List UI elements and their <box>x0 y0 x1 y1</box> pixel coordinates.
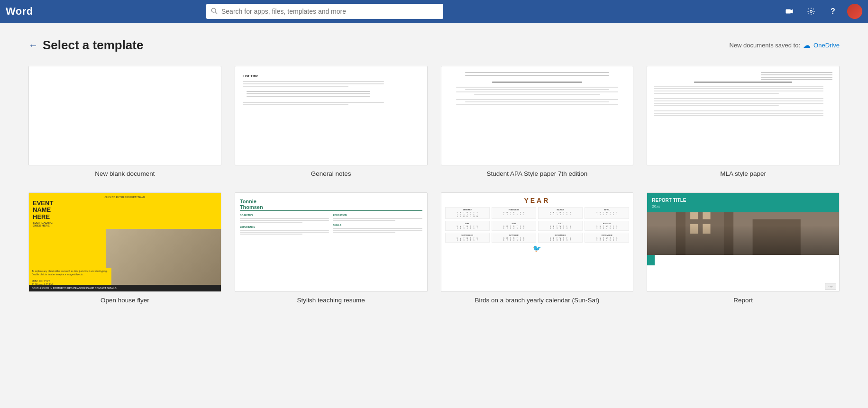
apa-header-1 <box>465 72 610 73</box>
resume-line-11 <box>333 232 395 233</box>
template-card-notes[interactable]: List Title General notes <box>235 66 428 177</box>
cal-month-jan: JANUARY SMTWTFS 1234567 891011121314 <box>445 207 490 219</box>
cal-month-nov: NOVEMBER SMTWTFS 1234567 <box>538 233 583 243</box>
template-label-resume: Stylish teaching resume <box>297 297 365 304</box>
cal-month-sep: SEPTEMBER SMTWTFS 1234567 <box>445 233 490 243</box>
template-label-calendar: Birds on a branch yearly calendar (Sun-S… <box>475 297 600 304</box>
page-header-left: ← Select a template <box>28 38 143 53</box>
template-label-report: Report <box>733 297 753 304</box>
report-white-section <box>647 265 655 281</box>
resume-line-9 <box>333 228 422 229</box>
cal-month-title-may: MAY <box>447 222 488 225</box>
report-top: REPORT TITLE 20xx <box>647 193 839 212</box>
cal-month-title-dec: DECEMBER <box>586 234 628 236</box>
flyer-click-text: CLICK TO ENTER PROPERTY NAME <box>33 196 217 199</box>
avatar[interactable] <box>847 4 862 19</box>
cal-month-title: JANUARY <box>447 209 488 211</box>
template-thumb-mla <box>647 66 840 165</box>
page-title: Select a template <box>43 38 143 53</box>
cal-month-feb: FEBRUARY SMTWTFS 1234567 <box>492 207 536 219</box>
template-thumb-apa <box>441 66 634 165</box>
template-card-flyer[interactable]: CLICK TO ENTER PROPERTY NAME EVENTNAMEHE… <box>28 192 221 304</box>
cal-month-title-jun: JUNE <box>493 222 535 225</box>
resume-col-left: OBJECTIVE EXPERIENCE <box>240 214 329 236</box>
notes-thumb-title: List Title <box>243 74 258 78</box>
topbar-actions: ? <box>782 4 862 19</box>
template-card-apa[interactable]: Student APA Style paper 7th edition <box>441 66 634 177</box>
notes-line-1 <box>243 81 384 82</box>
template-card-calendar[interactable]: YEAR JANUARY SMTWTFS 1234567 89101112131… <box>441 192 634 304</box>
template-label-blank: New blank document <box>95 170 155 177</box>
report-year: 20xx <box>652 204 834 209</box>
mla-body-4 <box>654 93 779 94</box>
resume-objective-title: OBJECTIVE <box>240 214 329 217</box>
template-card-blank[interactable]: New blank document <box>28 66 221 177</box>
notes-line-5 <box>243 104 349 105</box>
template-label-apa: Student APA Style paper 7th edition <box>486 170 587 177</box>
flyer-bottom-bar: DOUBLE CLICK IN FOOTER TO UPDATE ADDRESS… <box>29 285 221 291</box>
cal-month-title-sep: SEPTEMBER <box>447 234 488 236</box>
settings-button[interactable] <box>804 4 819 19</box>
resume-section: OBJECTIVE EXPERIENCE EDUCATION SKILLS <box>240 214 422 236</box>
notes-line-3 <box>243 86 349 87</box>
cal-month-aug: AUGUST SMTWTFS 1234567 <box>585 221 629 231</box>
help-button[interactable]: ? <box>825 4 841 19</box>
mla-body-1 <box>654 86 823 87</box>
flyer-top-area: CLICK TO ENTER PROPERTY NAME EVENTNAMEHE… <box>29 193 221 229</box>
cal-month-mar: MARCH SMTWTFS 1234567 <box>538 207 583 219</box>
video-button[interactable] <box>782 4 797 19</box>
mla-body-3 <box>654 91 823 91</box>
resume-line-4 <box>240 230 329 231</box>
resume-line-8 <box>333 220 395 221</box>
template-card-report[interactable]: REPORT TITLE 20xx <box>647 192 840 304</box>
resume-line-5 <box>240 232 329 233</box>
mla-header-right-2 <box>761 74 832 75</box>
onedrive-label: OneDrive <box>813 42 840 49</box>
apa-body-3 <box>456 91 619 92</box>
cal-month-title-apr: APRIL <box>586 209 628 211</box>
cal-month-title-mar: MARCH <box>539 209 581 211</box>
template-card-mla[interactable]: MLA style paper <box>647 66 840 177</box>
resume-skills-title: SKILLS <box>333 224 422 227</box>
report-image-area <box>647 212 839 255</box>
resume-exp-title: EXPERIENCE <box>240 226 329 228</box>
flyer-sub-heading: SUB HEADINGGOES HERE <box>33 221 217 227</box>
search-icon <box>211 8 218 16</box>
resume-line-10 <box>333 230 422 231</box>
mla-body-6 <box>654 100 823 101</box>
template-thumb-flyer: CLICK TO ENTER PROPERTY NAME EVENTNAMEHE… <box>28 192 221 292</box>
cal-bird-icon: 🐦 <box>533 245 541 252</box>
template-card-resume[interactable]: TonnieThomsen OBJECTIVE EXPERIENCE <box>235 192 428 304</box>
topbar: Word ? <box>0 0 868 23</box>
flyer-image <box>106 227 221 291</box>
svg-rect-10 <box>703 212 711 219</box>
resume-col-right: EDUCATION SKILLS <box>333 214 422 236</box>
search-bar[interactable] <box>206 4 443 19</box>
apa-body-7 <box>456 104 619 105</box>
notes-bullet-3 <box>247 96 370 97</box>
report-logo-box: Logo <box>825 283 836 290</box>
page-header: ← Select a template New documents saved … <box>28 38 840 53</box>
back-button[interactable]: ← <box>28 40 38 51</box>
apa-body-5 <box>456 99 619 100</box>
search-input[interactable] <box>221 8 439 15</box>
report-title-text: REPORT TITLE <box>652 198 834 203</box>
apa-body-2 <box>465 89 610 90</box>
cal-month-jul: JULY SMTWTFS 1234567 <box>538 221 583 231</box>
apa-body-4 <box>474 94 601 95</box>
notes-bullet-2 <box>247 93 370 94</box>
svg-rect-2 <box>786 9 791 14</box>
onedrive-cloud-icon: ☁ <box>803 41 811 50</box>
mla-header-right-4 <box>761 79 832 80</box>
cal-year: YEAR <box>524 197 550 204</box>
mla-header-right-1 <box>761 72 832 73</box>
template-thumb-notes: List Title <box>235 66 428 165</box>
resume-name: TonnieThomsen <box>240 199 263 210</box>
cal-month-may: MAY SMTWTFS 1234567 <box>445 221 490 231</box>
report-building-overlay <box>647 225 839 255</box>
resume-divider <box>240 210 422 211</box>
svg-marker-3 <box>791 9 793 14</box>
svg-rect-9 <box>690 212 698 219</box>
mla-body-8 <box>654 105 779 106</box>
apa-body-6 <box>465 101 610 102</box>
